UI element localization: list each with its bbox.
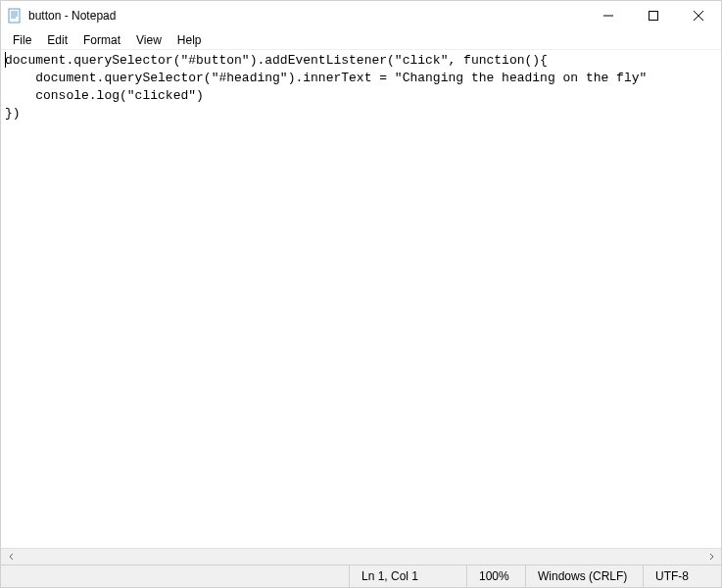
text-caret (5, 52, 6, 68)
maximize-button[interactable] (631, 1, 676, 30)
status-encoding: UTF-8 (643, 565, 721, 587)
menu-edit[interactable]: Edit (39, 31, 75, 49)
menubar: File Edit Format View Help (1, 30, 721, 50)
text-editor[interactable]: document.querySelector("#button").addEve… (1, 50, 721, 548)
svg-rect-6 (650, 12, 658, 21)
status-zoom: 100% (466, 565, 525, 587)
window-controls (586, 1, 721, 30)
menu-view[interactable]: View (128, 31, 169, 49)
minimize-button[interactable] (586, 1, 631, 30)
horizontal-scrollbar[interactable] (1, 548, 721, 564)
scroll-left-icon[interactable] (3, 550, 20, 564)
close-icon (694, 11, 703, 21)
menu-file[interactable]: File (5, 31, 39, 49)
statusbar: Ln 1, Col 1 100% Windows (CRLF) UTF-8 (1, 564, 721, 587)
menu-help[interactable]: Help (169, 31, 210, 49)
scroll-right-icon[interactable] (702, 550, 719, 564)
editor-content: document.querySelector("#button").addEve… (5, 52, 717, 122)
close-button[interactable] (676, 1, 721, 30)
notepad-icon (7, 8, 23, 24)
minimize-icon (603, 11, 613, 21)
titlebar: button - Notepad (1, 1, 721, 30)
maximize-icon (649, 11, 658, 21)
menu-format[interactable]: Format (75, 31, 128, 49)
status-line-ending: Windows (CRLF) (525, 565, 643, 587)
window-title: button - Notepad (28, 9, 586, 23)
status-cursor-position: Ln 1, Col 1 (349, 565, 466, 587)
